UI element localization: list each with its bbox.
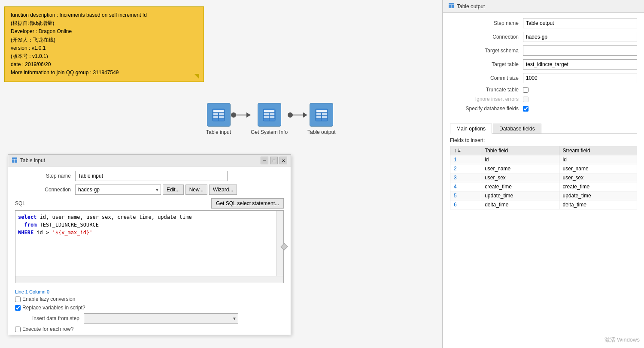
- sql-scrollbar-horizontal[interactable]: [15, 276, 283, 283]
- maximize-button[interactable]: □: [270, 157, 278, 164]
- output-specify-fields-row: Specify database fields: [450, 106, 637, 112]
- step-name-row: Step name: [15, 171, 284, 181]
- table-row: 1 id id: [450, 155, 637, 164]
- svg-rect-5: [219, 116, 224, 118]
- tab-main-options[interactable]: Main options: [450, 124, 492, 134]
- node-table-input[interactable]: Table input: [206, 103, 231, 135]
- replace-vars-label: Replace variables in script?: [22, 305, 85, 311]
- close-button[interactable]: ✕: [279, 157, 287, 164]
- field-stream-0: id: [559, 155, 637, 164]
- output-truncate-checkbox[interactable]: [523, 87, 529, 93]
- insert-step-select[interactable]: [84, 313, 238, 324]
- tab-database-fields[interactable]: Database fields: [493, 124, 541, 133]
- connection-select-wrapper: hades-gp ▼: [75, 185, 161, 195]
- get-system-icon[interactable]: [258, 103, 281, 127]
- arrow-head-2: [303, 112, 307, 118]
- output-commit-size-input[interactable]: [523, 73, 637, 83]
- field-table-0: id: [481, 155, 559, 164]
- field-stream-1: user_name: [559, 164, 637, 173]
- info-line-2: (根据自增id做增量): [11, 19, 197, 27]
- edit-button[interactable]: Edit...: [163, 185, 184, 195]
- lazy-conversion-checkbox[interactable]: [15, 297, 21, 302]
- output-truncate-row: Truncate table: [450, 87, 637, 93]
- output-target-table-input[interactable]: [523, 59, 637, 70]
- insert-step-select-wrapper: ▼: [84, 313, 238, 324]
- tabs-container: Main options Database fields: [450, 124, 637, 134]
- fields-table-container: Fields to insert: ↑ # Table field Stream…: [450, 137, 637, 209]
- node-table-output[interactable]: Table output: [307, 103, 335, 135]
- field-table-1: user_name: [481, 164, 559, 173]
- output-ignore-errors-row: Ignore insert errors: [450, 96, 637, 102]
- svg-rect-12: [264, 113, 269, 115]
- field-table-5: delta_time: [481, 200, 559, 209]
- output-target-schema-row: Target schema: [450, 45, 637, 56]
- field-num-5: 6: [450, 200, 481, 209]
- connection-select[interactable]: hades-gp: [75, 185, 161, 195]
- info-line-7: date : 2019/06/20: [11, 61, 197, 69]
- step-name-input[interactable]: [75, 171, 228, 181]
- replace-vars-checkbox[interactable]: [15, 305, 21, 311]
- svg-rect-4: [213, 116, 218, 118]
- status-bar: Line 1 Column 0: [8, 287, 291, 296]
- svg-rect-1: [213, 110, 224, 112]
- output-connection-input[interactable]: [523, 32, 637, 42]
- arrow-1: [231, 112, 251, 118]
- info-line-1: function description : Increments based …: [11, 11, 197, 19]
- panel-title-area: Table input: [12, 157, 45, 164]
- output-step-name-input[interactable]: [523, 18, 637, 28]
- field-num-2: 3: [450, 173, 481, 182]
- node-table-output-label: Table output: [307, 129, 335, 135]
- wizard-button[interactable]: Wizard...: [209, 185, 237, 195]
- output-commit-size-row: Commit size: [450, 73, 637, 83]
- table-input-panel: Table input ─ □ ✕ Step name Connection h…: [8, 154, 291, 335]
- connection-label: Connection: [15, 187, 71, 193]
- output-commit-size-label: Commit size: [450, 75, 519, 81]
- output-target-table-label: Target table: [450, 61, 519, 67]
- svg-rect-11: [264, 110, 274, 112]
- table-row: 4 create_time create_time: [450, 182, 637, 191]
- output-titlebar: Table output: [443, 0, 644, 13]
- output-title-icon: [448, 3, 454, 10]
- watermark-text: 激活 Windows: [605, 336, 640, 344]
- sql-area-wrapper: select id, user_name, user_sex, create_t…: [15, 210, 284, 283]
- field-table-3: create_time: [481, 182, 559, 191]
- sql-label-row: SQL Get SQL select statement...: [15, 198, 284, 209]
- field-stream-4: update_time: [559, 191, 637, 200]
- output-ignore-errors-label: Ignore insert errors: [450, 96, 519, 102]
- connection-row: Connection hades-gp ▼ Edit... New... Wiz…: [15, 185, 284, 195]
- execute-each-checkbox[interactable]: [15, 327, 21, 332]
- info-line-6: (版本号 : v1.0.1): [11, 52, 197, 61]
- field-stream-5: delta_time: [559, 200, 637, 209]
- info-line-3: Developer : Dragon Online: [11, 27, 197, 36]
- svg-rect-15: [270, 116, 274, 118]
- panel-content: Step name Connection hades-gp ▼ Edit... …: [8, 166, 291, 287]
- col-header-table-field: Table field: [481, 146, 559, 155]
- svg-rect-3: [219, 113, 224, 115]
- new-button[interactable]: New...: [185, 185, 207, 195]
- sql-content-display: select id, user_name, user_sex, create_t…: [15, 211, 283, 283]
- svg-rect-23: [322, 113, 327, 115]
- node-get-system-label: Get System Info: [251, 129, 288, 135]
- field-num-0: 1: [450, 155, 481, 164]
- info-line-8: More information to join QQ group : 3119…: [11, 69, 197, 77]
- node-get-system-info[interactable]: Get System Info: [251, 103, 288, 135]
- minimize-button[interactable]: ─: [261, 157, 268, 164]
- table-input-icon[interactable]: [207, 103, 231, 127]
- table-output-icon[interactable]: [310, 103, 333, 127]
- output-specify-fields-checkbox[interactable]: [523, 106, 529, 112]
- info-tooltip: function description : Increments based …: [4, 6, 204, 82]
- output-target-table-row: Target table: [450, 59, 637, 70]
- output-form: Step name Connection Target schema Targe…: [443, 13, 644, 120]
- output-connection-row: Connection: [450, 32, 637, 42]
- table-input-svg: [212, 108, 225, 122]
- table-row: 6 delta_time delta_time: [450, 200, 637, 209]
- arrow-head-1: [246, 112, 251, 118]
- col-header-stream-field: Stream field: [559, 146, 637, 155]
- arrow-line-1: [234, 115, 246, 115]
- output-target-schema-input[interactable]: [523, 45, 637, 56]
- output-title-text: Table output: [457, 3, 485, 9]
- svg-rect-22: [316, 113, 321, 115]
- field-table-4: update_time: [481, 191, 559, 200]
- get-sql-button[interactable]: Get SQL select statement...: [211, 198, 284, 209]
- sql-text-label: SQL: [15, 200, 25, 206]
